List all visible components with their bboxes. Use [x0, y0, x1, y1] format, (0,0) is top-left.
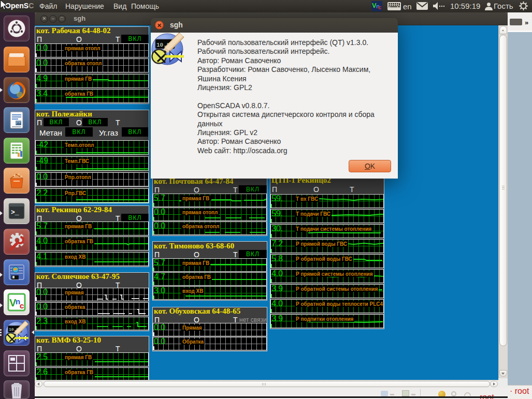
- svg-text:c: c: [20, 301, 24, 310]
- svg-text:>_: >_: [11, 209, 19, 216]
